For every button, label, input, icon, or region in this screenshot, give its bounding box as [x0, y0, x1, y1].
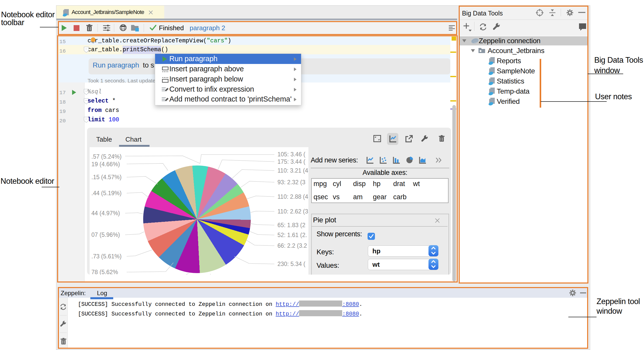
svg-text:.15 (4.57%): .15 (4.57%)	[91, 174, 122, 180]
svg-text:.44 (5.19%): .44 (5.19%)	[91, 190, 122, 196]
svg-text:65: 1.83 (2: 65: 1.83 (2	[277, 222, 305, 228]
svg-text:110: 2.62 (3: 110: 2.62 (3	[277, 208, 308, 215]
svg-text:52: 1.61 (2.: 52: 1.61 (2.	[277, 232, 307, 238]
svg-text:105: 3.46 (: 105: 3.46 (	[277, 151, 305, 158]
svg-text:.57 (5.24%): .57 (5.24%)	[91, 153, 122, 160]
svg-text:44 (4.97%): 44 (4.97%)	[91, 210, 120, 216]
svg-text:230: 5.34 (: 230: 5.34 (	[277, 261, 305, 267]
svg-text:110: 3.21 (4: 110: 3.21 (4	[277, 167, 308, 174]
svg-text:66: 2.2 (3.2: 66: 2.2 (3.2	[277, 242, 307, 249]
svg-text:175: 3.44 (: 175: 3.44 (	[277, 158, 305, 165]
svg-text:93: 2.32 (3: 93: 2.32 (3	[277, 179, 305, 186]
svg-text:.73 (5.61%): .73 (5.61%)	[91, 253, 122, 260]
svg-text:110: 2.88 (4: 110: 2.88 (4	[277, 193, 308, 200]
svg-text:19 (4.66%): 19 (4.66%)	[91, 161, 120, 168]
svg-text:07 (5.96%): 07 (5.96%)	[91, 231, 120, 238]
svg-text:78 (5.62%: 78 (5.62%	[91, 269, 118, 275]
